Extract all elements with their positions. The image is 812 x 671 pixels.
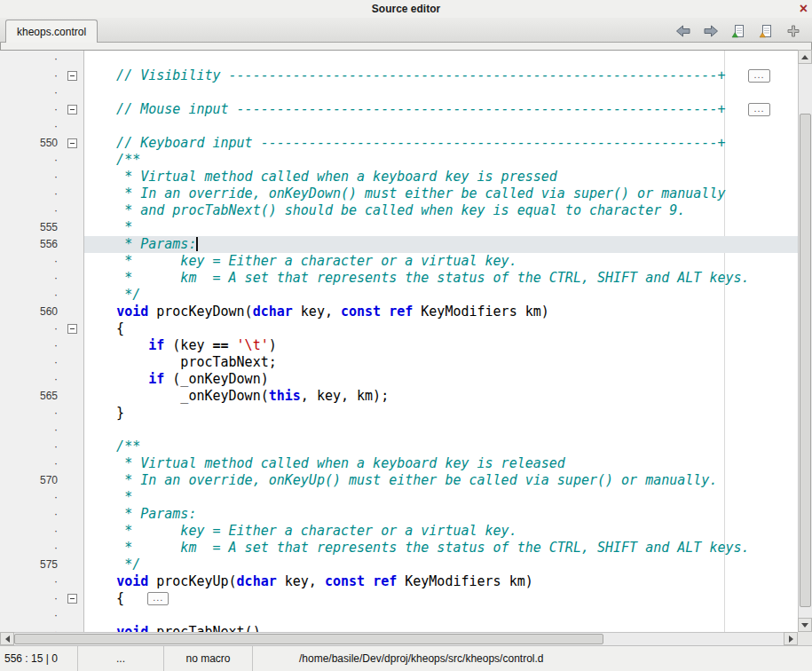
code-row[interactable]: 575 */ bbox=[0, 557, 798, 573]
document-edit-icon[interactable] bbox=[758, 24, 774, 38]
code-row[interactable]: · procTabNext; bbox=[0, 354, 798, 371]
code-text[interactable]: /** bbox=[84, 152, 798, 169]
code-text[interactable]: * bbox=[84, 489, 798, 506]
code-row[interactable]: 560 void procKeyDown(dchar key, const re… bbox=[0, 304, 798, 320]
code-row[interactable]: · // Visibility ------------------------… bbox=[0, 67, 798, 84]
code-text[interactable]: // Keyboard input ----------------------… bbox=[84, 135, 798, 152]
fold-toggle-icon[interactable] bbox=[67, 105, 77, 114]
code-text[interactable]: * km = A set that represents the status … bbox=[84, 270, 798, 287]
code-text[interactable]: * Virtual method called when a keyboard … bbox=[84, 169, 798, 186]
code-text[interactable] bbox=[84, 84, 798, 101]
code-text[interactable] bbox=[84, 607, 798, 624]
code-row[interactable]: · } bbox=[0, 405, 798, 422]
code-text[interactable]: void procKeyDown(dchar key, const ref Ke… bbox=[84, 304, 798, 320]
fold-gutter bbox=[60, 557, 84, 573]
code-text[interactable]: if (key == '\t') bbox=[84, 337, 798, 354]
code-text[interactable]: if (_onKeyDown) bbox=[84, 371, 798, 388]
code-text[interactable]: void procTabNext() bbox=[84, 624, 798, 632]
code-text[interactable]: * bbox=[84, 219, 798, 236]
fold-gutter bbox=[60, 337, 84, 354]
code-text[interactable]: procTabNext; bbox=[84, 354, 798, 371]
vertical-scrollbar-thumb[interactable] bbox=[800, 114, 811, 607]
close-icon[interactable]: × bbox=[800, 0, 808, 18]
code-text[interactable]: * key = Either a character or a virtual … bbox=[84, 253, 798, 270]
code-row[interactable]: · bbox=[0, 51, 798, 67]
scroll-right-icon[interactable] bbox=[784, 632, 798, 645]
scroll-up-icon[interactable] bbox=[798, 50, 812, 64]
fold-toggle-icon[interactable] bbox=[67, 138, 77, 148]
code-row[interactable]: 555 * bbox=[0, 219, 798, 236]
code-row[interactable]: · * Virtual method called when a keyboar… bbox=[0, 169, 798, 186]
code-row[interactable]: 570 * In an override, onKeyUp() must eit… bbox=[0, 472, 798, 489]
code-text[interactable]: // Mouse input -------------------------… bbox=[84, 101, 798, 118]
collapsed-fold-indicator[interactable]: ... bbox=[748, 69, 769, 83]
fold-gutter bbox=[60, 219, 84, 236]
code-row[interactable]: 565 _onKeyDown(this, key, km); bbox=[0, 388, 798, 405]
collapsed-fold-indicator[interactable]: ... bbox=[748, 103, 769, 116]
code-text[interactable]: * In an override, onKeyUp() must either … bbox=[84, 472, 798, 489]
code-text[interactable] bbox=[84, 51, 798, 67]
code-row[interactable]: · * Virtual method called when a keyboar… bbox=[0, 455, 798, 472]
code-text[interactable]: * Params: bbox=[84, 236, 798, 253]
fold-gutter bbox=[60, 489, 84, 506]
code-text[interactable]: * key = Either a character or a virtual … bbox=[84, 523, 798, 540]
collapsed-fold-indicator[interactable]: ... bbox=[147, 592, 169, 605]
code-text[interactable]: * Params: bbox=[84, 506, 798, 523]
code-row[interactable]: · if (_onKeyDown) bbox=[0, 371, 798, 388]
code-text[interactable]: */ bbox=[84, 557, 798, 573]
code-row[interactable]: · // Mouse input -----------------------… bbox=[0, 101, 798, 118]
code-editor[interactable]: ·· // Visibility -----------------------… bbox=[0, 50, 798, 632]
code-row[interactable]: · { bbox=[0, 320, 798, 337]
window-titlebar[interactable]: Source editor × bbox=[0, 0, 812, 18]
code-text[interactable] bbox=[84, 422, 798, 438]
code-text[interactable]: * Virtual method called when a keyboard … bbox=[84, 455, 798, 472]
vertical-scrollbar[interactable] bbox=[798, 50, 812, 632]
document-add-icon[interactable] bbox=[730, 24, 746, 38]
code-row[interactable]: · bbox=[0, 118, 798, 135]
code-text[interactable]: * In an override, onKeyDown() must eithe… bbox=[84, 186, 798, 202]
nav-back-icon[interactable] bbox=[675, 24, 691, 38]
code-row[interactable]: · * and procTabNext() should be called w… bbox=[0, 202, 798, 219]
tab-kheops-control[interactable]: kheops.control bbox=[5, 20, 98, 43]
code-row[interactable]: · */ bbox=[0, 287, 798, 304]
detach-icon[interactable] bbox=[785, 24, 801, 38]
code-row[interactable]: · * km = A set that represents the statu… bbox=[0, 270, 798, 287]
code-row[interactable]: · * Params: bbox=[0, 506, 798, 523]
horizontal-scrollbar-thumb[interactable] bbox=[14, 634, 603, 644]
code-row[interactable]: · if (key == '\t') bbox=[0, 337, 798, 354]
fold-toggle-icon[interactable] bbox=[67, 324, 77, 334]
code-row[interactable]: · * key = Either a character or a virtua… bbox=[0, 523, 798, 540]
code-text[interactable]: } bbox=[84, 405, 798, 422]
code-text[interactable]: * and procTabNext() should be called whe… bbox=[84, 202, 798, 219]
horizontal-scrollbar[interactable] bbox=[0, 632, 798, 645]
code-row[interactable]: · bbox=[0, 607, 798, 624]
code-row[interactable]: · bbox=[0, 84, 798, 101]
code-row[interactable]: · * key = Either a character or a virtua… bbox=[0, 253, 798, 270]
nav-forward-icon[interactable] bbox=[703, 24, 719, 38]
code-text[interactable]: {... bbox=[84, 590, 798, 607]
code-row[interactable]: · * bbox=[0, 489, 798, 506]
code-row[interactable]: · * km = A set that represents the statu… bbox=[0, 540, 798, 557]
code-row[interactable]: · * In an override, onKeyDown() must eit… bbox=[0, 186, 798, 202]
code-row-current[interactable]: 556 * Params: bbox=[0, 236, 798, 253]
code-row[interactable]: · /** bbox=[0, 152, 798, 169]
code-text[interactable]: // Visibility --------------------------… bbox=[84, 67, 798, 84]
code-text[interactable]: /** bbox=[84, 438, 798, 455]
scroll-left-icon[interactable] bbox=[0, 632, 14, 645]
code-text[interactable]: { bbox=[84, 320, 798, 337]
code-text[interactable]: void procKeyUp(dchar key, const ref KeyM… bbox=[84, 573, 798, 590]
code-row[interactable]: 550 // Keyboard input ------------------… bbox=[0, 135, 798, 152]
code-text[interactable]: */ bbox=[84, 287, 798, 304]
code-row[interactable]: · {... bbox=[0, 590, 798, 607]
code-row[interactable]: · bbox=[0, 422, 798, 438]
code-text[interactable] bbox=[84, 118, 798, 135]
code-row[interactable]: · /** bbox=[0, 438, 798, 455]
code-text[interactable]: * km = A set that represents the status … bbox=[84, 540, 798, 557]
scroll-down-icon[interactable] bbox=[798, 618, 812, 632]
code-row[interactable]: · void procKeyUp(dchar key, const ref Ke… bbox=[0, 573, 798, 590]
fold-gutter bbox=[60, 624, 84, 632]
code-row[interactable]: · void procTabNext() bbox=[0, 624, 798, 632]
fold-toggle-icon[interactable] bbox=[67, 594, 77, 604]
fold-toggle-icon[interactable] bbox=[67, 71, 77, 81]
code-text[interactable]: _onKeyDown(this, key, km); bbox=[84, 388, 798, 405]
